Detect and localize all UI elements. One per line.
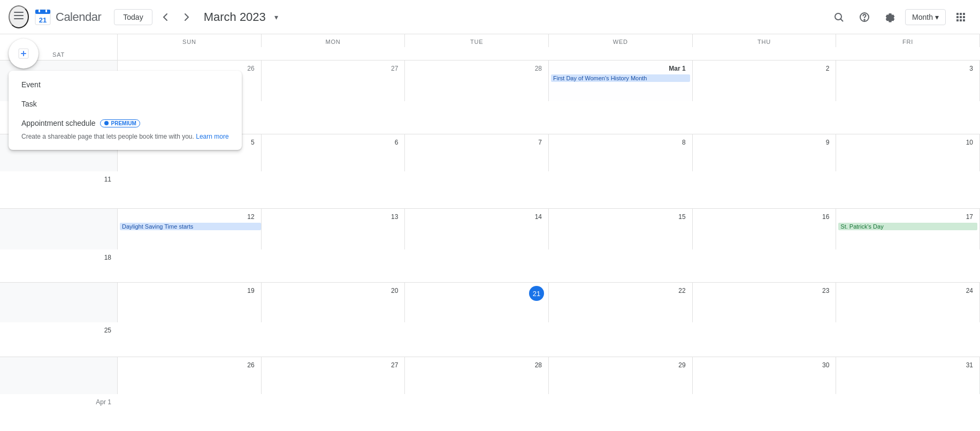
create-fab[interactable] (9, 39, 39, 69)
day-num[interactable]: 3 (840, 64, 975, 73)
month-dropdown-arrow[interactable]: ▾ (274, 13, 278, 21)
day-num[interactable]: Mar 1 (553, 64, 688, 73)
day-num[interactable]: 6 (266, 138, 401, 147)
day-cell-mar21[interactable]: 21 (405, 283, 549, 322)
menu-item-appointment[interactable]: Appointment schedule PREMIUM (9, 114, 242, 133)
today-day-num[interactable]: 21 (529, 286, 544, 301)
day-num[interactable]: 24 (840, 286, 975, 296)
next-month-button[interactable] (178, 9, 195, 26)
day-num[interactable]: 17 (840, 212, 975, 222)
day-cell-mar14[interactable]: 14 (405, 209, 549, 249)
day-cell-mar31[interactable]: 31 (836, 357, 980, 394)
month-title[interactable]: March 2023 (204, 10, 266, 24)
google-calendar-logo-icon: 21 (33, 7, 52, 27)
menu-item-task[interactable]: Task (9, 94, 242, 114)
day-cell-mar10[interactable]: 10 (836, 134, 980, 171)
search-button[interactable] (828, 6, 849, 28)
day-cell-mar19[interactable]: 19 (118, 283, 262, 322)
day-num[interactable]: 10 (840, 138, 975, 147)
day-num[interactable]: Apr 1 (4, 397, 113, 407)
day-cell-mar28[interactable]: 28 (405, 357, 549, 394)
svg-rect-18 (956, 19, 959, 21)
day-num[interactable]: 28 (409, 64, 544, 73)
day-num[interactable]: 23 (697, 286, 832, 296)
day-cell-mar16[interactable]: 16 (693, 209, 837, 249)
day-cell-mar11[interactable]: 11 (0, 171, 118, 208)
header: 21 Calendar Today March 2023 ▾ Month ▾ (0, 0, 980, 34)
event-chip-stpatrick[interactable]: St. Patrick's Day (838, 223, 977, 230)
menu-item-appointment-label: Appointment schedule (21, 119, 96, 127)
day-cell-mar3[interactable]: 3 (836, 61, 980, 101)
day-cell-feb28[interactable]: 28 (405, 61, 549, 101)
day-cell-mar18[interactable]: 18 (0, 249, 118, 282)
day-cell-mar12[interactable]: 12 Daylight Saving Time starts (118, 209, 262, 249)
settings-button[interactable] (879, 6, 901, 28)
day-cell-mar30[interactable]: 30 (693, 357, 837, 394)
day-num[interactable]: 29 (553, 360, 688, 370)
day-headers: SUN MON TUE WED THU FRI SAT (0, 34, 980, 61)
sidebar-week4 (0, 283, 118, 322)
svg-rect-20 (963, 19, 965, 21)
day-cell-mar25[interactable]: 25 (0, 322, 118, 357)
day-num[interactable]: 2 (697, 64, 832, 73)
view-label: Month (912, 13, 933, 21)
day-num[interactable]: 11 (4, 175, 113, 184)
day-cell-feb27[interactable]: 27 (262, 61, 405, 101)
prev-month-button[interactable] (157, 9, 174, 26)
day-num[interactable]: 27 (266, 360, 401, 370)
day-cell-mar22[interactable]: 22 (549, 283, 693, 322)
menu-icon-button[interactable] (9, 5, 29, 28)
day-num[interactable]: 16 (697, 212, 832, 222)
day-num[interactable]: 14 (409, 212, 544, 222)
day-cell-mar1[interactable]: Mar 1 First Day of Women's History Month (549, 61, 693, 101)
day-num[interactable]: 18 (4, 253, 113, 262)
day-cell-mar2[interactable]: 2 (693, 61, 837, 101)
day-num[interactable]: 26 (122, 360, 257, 370)
today-button[interactable]: Today (114, 9, 152, 25)
event-chip-womens-history[interactable]: First Day of Women's History Month (551, 74, 690, 82)
day-cell-mar20[interactable]: 20 (262, 283, 405, 322)
day-cell-mar8[interactable]: 8 (549, 134, 693, 171)
day-num[interactable]: 27 (266, 64, 401, 73)
day-cell-mar27[interactable]: 27 (262, 357, 405, 394)
day-num[interactable]: 15 (553, 212, 688, 222)
event-chip-dst[interactable]: Daylight Saving Time starts (120, 223, 261, 230)
appointment-desc-text: Create a shareable page that lets people… (21, 133, 194, 140)
day-cell-mar9[interactable]: 9 (693, 134, 837, 171)
day-num[interactable]: 31 (840, 360, 975, 370)
day-num[interactable]: 7 (409, 138, 544, 147)
day-cell-mar7[interactable]: 7 (405, 134, 549, 171)
app-logo: 21 Calendar (33, 7, 101, 27)
day-num[interactable]: 20 (266, 286, 401, 296)
day-cell-apr1[interactable]: Apr 1 (0, 394, 118, 431)
menu-item-event[interactable]: Event (9, 75, 242, 94)
svg-text:21: 21 (39, 16, 47, 24)
day-num[interactable]: 9 (697, 138, 832, 147)
premium-icon (104, 120, 109, 126)
day-num[interactable]: 28 (409, 360, 544, 370)
apps-button[interactable] (950, 6, 971, 28)
day-cell-mar6[interactable]: 6 (262, 134, 405, 171)
day-cell-mar24[interactable]: 24 (836, 283, 980, 322)
day-cell-mar23[interactable]: 23 (693, 283, 837, 322)
day-num[interactable]: 19 (122, 286, 257, 296)
view-dropdown-arrow: ▾ (935, 13, 939, 21)
day-num[interactable]: 13 (266, 212, 401, 222)
day-cell-mar13[interactable]: 13 (262, 209, 405, 249)
day-num[interactable]: 8 (553, 138, 688, 147)
help-button[interactable] (854, 6, 875, 28)
day-cell-mar29[interactable]: 29 (549, 357, 693, 394)
day-num[interactable]: 22 (553, 286, 688, 296)
view-selector[interactable]: Month ▾ (905, 9, 946, 25)
learn-more-link[interactable]: Learn more (196, 133, 228, 140)
day-cell-mar17[interactable]: 17 St. Patrick's Day (836, 209, 980, 249)
day-num[interactable]: 30 (697, 360, 832, 370)
day-cell-mar26[interactable]: 26 (118, 357, 262, 394)
day-cell-mar15[interactable]: 15 (549, 209, 693, 249)
day-num[interactable]: 12 (122, 212, 257, 222)
day-num[interactable]: 25 (4, 326, 113, 335)
svg-rect-4 (35, 10, 50, 14)
premium-badge: PREMIUM (100, 119, 140, 127)
svg-rect-17 (963, 16, 965, 18)
menu-item-event-label: Event (21, 80, 41, 89)
